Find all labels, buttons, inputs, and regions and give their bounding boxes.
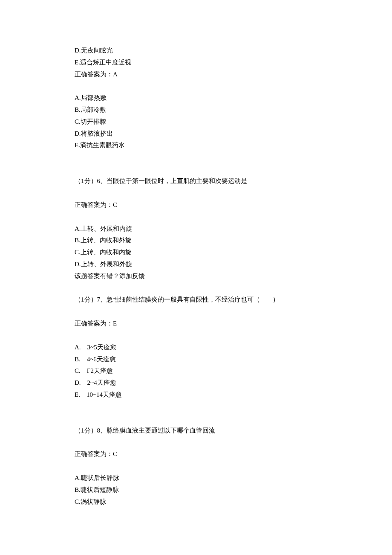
q7-option-a: A. 3~5天痊愈	[75, 342, 317, 354]
q8-option-b: B.睫状后短静脉	[75, 484, 317, 496]
spacer	[75, 151, 317, 163]
q6-answer: 正确答案为：C	[75, 199, 317, 211]
q7-option-c: C. Г2天痊愈	[75, 365, 317, 377]
q7-option-e: E. 10~14天痊愈	[75, 389, 317, 401]
q5-option-d: D.无夜间眩光	[75, 45, 317, 57]
spacer	[75, 187, 317, 199]
q8-option-c: C.涡状静脉	[75, 496, 317, 508]
q5b-option-b: B.局部冷敷	[75, 104, 317, 116]
spacer	[75, 330, 317, 342]
q7-answer: 正确答案为：E	[75, 318, 317, 330]
spacer	[75, 211, 317, 223]
spacer	[75, 401, 317, 413]
q6-feedback-link[interactable]: 该题答案有错？添加反馈	[75, 270, 317, 282]
q5b-option-a: A.局部热敷	[75, 92, 317, 104]
q8-answer: 正确答案为：C	[75, 448, 317, 460]
q8-option-a: A.睫状后长静脉	[75, 472, 317, 484]
spacer	[75, 80, 317, 92]
q7-stem: （1分）7、急性细菌性结膜炎的一般具有自限性，不经治疗也可（ ）	[75, 294, 317, 306]
spacer	[75, 163, 317, 175]
q7-option-d: D. 2~4天痊愈	[75, 377, 317, 389]
q6-option-d: D.上转、外展和外旋	[75, 259, 317, 270]
spacer	[75, 282, 317, 294]
q6-option-b: B.上转、内收和外旋	[75, 235, 317, 247]
spacer	[75, 460, 317, 472]
q5b-option-d: D.将脓液挤出	[75, 128, 317, 140]
q6-option-c: C.上转、内收和内旋	[75, 247, 317, 259]
q6-stem: （1分）6、当眼位于第一眼位时，上直肌的主要和次要运动是	[75, 175, 317, 187]
exam-page: D.无夜间眩光 E.适合矫正中度近视 正确答案为：A A.局部热敷 B.局部冷敷…	[0, 0, 392, 555]
q5-answer: 正确答案为：A	[75, 69, 317, 81]
q5b-option-c: C.切开排脓	[75, 116, 317, 128]
q5b-option-e: E.滴抗生素眼药水	[75, 139, 317, 151]
q7-option-b: B. 4~6天痊愈	[75, 354, 317, 366]
q6-option-a: A.上转、外展和内旋	[75, 223, 317, 235]
spacer	[75, 436, 317, 448]
spacer	[75, 306, 317, 318]
q5-option-e: E.适合矫正中度近视	[75, 57, 317, 69]
q8-stem: （1分）8、脉络膜血液主要通过以下哪个血管回流	[75, 425, 317, 437]
spacer	[75, 413, 317, 425]
